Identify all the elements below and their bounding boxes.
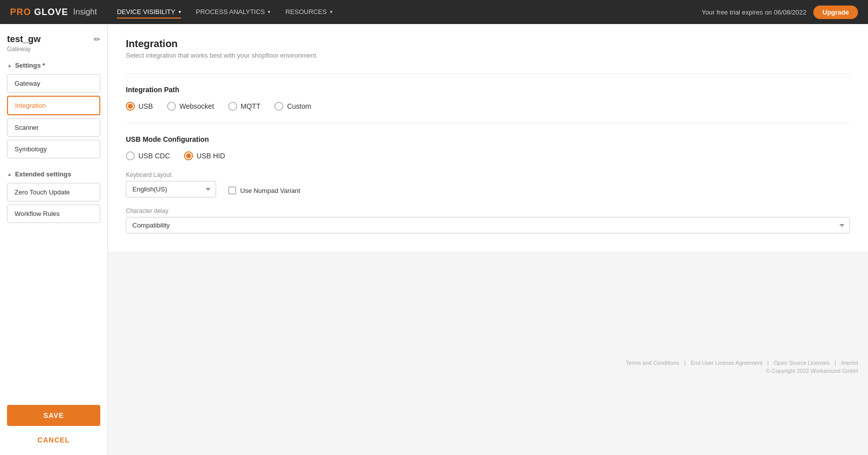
sidebar-device-name: test_gw	[7, 34, 41, 45]
radio-option-usb-cdc[interactable]: USB CDC	[126, 151, 170, 160]
topnav-right: Your free trial expires on 06/08/2022 Up…	[702, 6, 858, 19]
usb-mode-section: USB CDC USB HID Keyboard Layout English(…	[126, 151, 850, 234]
sidebar-item-gateway[interactable]: Gateway	[7, 74, 100, 93]
keyboard-layout-select[interactable]: English(US) German(DE) French(FR) Spanis…	[126, 181, 216, 197]
divider-middle	[126, 123, 850, 123]
spacer	[7, 161, 100, 170]
edit-icon[interactable]: ✏	[94, 35, 100, 44]
radio-option-usb[interactable]: USB	[126, 102, 153, 111]
usb-mode-label: USB Mode Configuration	[126, 135, 850, 143]
sidebar-extended-header[interactable]: ▲ Extended settings	[7, 170, 100, 178]
integration-path-radio-group: USB Websocket MQTT Custom	[126, 102, 850, 111]
trial-text: Your free trial expires on 06/08/2022	[702, 9, 806, 16]
chevron-down-icon: ▾	[330, 9, 332, 15]
character-delay-label: Character delay	[126, 207, 850, 214]
numpad-variant-option[interactable]: Use Numpad Variant	[228, 186, 300, 197]
integration-card: Integration Select integration that work…	[108, 24, 868, 252]
sidebar-device-header: test_gw ✏	[7, 34, 100, 45]
nav-resources[interactable]: RESOURCES ▾	[285, 6, 332, 19]
numpad-variant-checkbox[interactable]	[228, 186, 236, 194]
radio-option-mqtt[interactable]: MQTT	[228, 102, 261, 111]
sidebar-item-symbology[interactable]: Symbology	[7, 140, 100, 158]
logo-pro: PRO	[10, 7, 31, 18]
logo-glove: GLOVE	[34, 7, 68, 18]
keyboard-layout-group: Keyboard Layout English(US) German(DE) F…	[126, 171, 216, 197]
integration-path-label: Integration Path	[126, 86, 850, 94]
chevron-down-icon: ▾	[179, 9, 181, 15]
nav-process-analytics[interactable]: PROCESS ANALYTICS ▾	[196, 6, 271, 19]
chevron-up-icon: ▲	[7, 171, 12, 177]
sidebar-item-workflow-rules[interactable]: Workflow Rules	[7, 204, 100, 223]
footer-terms[interactable]: Terms and Conditions	[626, 360, 679, 366]
radio-option-custom[interactable]: Custom	[274, 102, 311, 111]
radio-option-usb-hid[interactable]: USB HID	[184, 151, 225, 160]
radio-websocket[interactable]	[167, 102, 176, 111]
footer-links: Terms and Conditions | End User License …	[118, 360, 858, 366]
footer-licenses[interactable]: Open Source Licenses	[774, 360, 829, 366]
sidebar-item-zero-touch-update[interactable]: Zero Touch Update	[7, 183, 100, 201]
logo-insight: Insight	[73, 8, 97, 17]
keyboard-layout-label: Keyboard Layout	[126, 171, 216, 178]
footer-copyright: © Copyright 2022 Workaround GmbH	[118, 368, 858, 374]
nav-device-visibility[interactable]: DEVICE VISIBILITY ▾	[117, 6, 181, 19]
chevron-up-icon: ▲	[7, 63, 12, 68]
radio-custom[interactable]	[274, 102, 283, 111]
main-layout: test_gw ✏ Gateway ▲ Settings * Gateway I…	[0, 24, 868, 455]
content-title: Integration	[126, 38, 850, 50]
radio-usb-hid[interactable]	[184, 151, 193, 160]
usb-mode-radio-group: USB CDC USB HID	[126, 151, 850, 160]
page-footer: Terms and Conditions | End User License …	[108, 352, 868, 382]
radio-mqtt[interactable]	[228, 102, 237, 111]
content-lower	[108, 252, 868, 352]
save-button[interactable]: SAVE	[7, 405, 100, 426]
topnav: PROGLOVE Insight DEVICE VISIBILITY ▾ PRO…	[0, 0, 868, 24]
upgrade-button[interactable]: Upgrade	[813, 6, 858, 19]
cancel-button[interactable]: CANCEL	[7, 432, 100, 448]
sidebar-settings-header[interactable]: ▲ Settings *	[7, 62, 100, 69]
settings-section-label: Settings *	[15, 62, 45, 69]
extended-section-label: Extended settings	[15, 170, 71, 178]
chevron-down-icon: ▾	[268, 9, 270, 15]
sidebar: test_gw ✏ Gateway ▲ Settings * Gateway I…	[0, 24, 108, 455]
divider-top	[126, 73, 850, 74]
radio-option-websocket[interactable]: Websocket	[167, 102, 214, 111]
keyboard-layout-row: Keyboard Layout English(US) German(DE) F…	[126, 171, 850, 197]
content-area: Integration Select integration that work…	[108, 24, 868, 455]
sidebar-item-scanner[interactable]: Scanner	[7, 118, 100, 137]
footer-eula[interactable]: End User License Agreement	[690, 360, 762, 366]
sidebar-device-type: Gateway	[7, 46, 100, 53]
radio-usb[interactable]	[126, 102, 135, 111]
logo: PROGLOVE Insight	[10, 7, 97, 18]
footer-imprint[interactable]: Imprint	[841, 360, 858, 366]
sidebar-actions: SAVE CANCEL	[7, 395, 100, 448]
radio-usb-cdc[interactable]	[126, 151, 135, 160]
sidebar-item-integration[interactable]: Integration	[7, 96, 100, 115]
topnav-links: DEVICE VISIBILITY ▾ PROCESS ANALYTICS ▾ …	[117, 6, 702, 19]
content-subtitle: Select integration that works best with …	[126, 52, 850, 59]
character-delay-group: Character delay Compatibility Fast Slow	[126, 207, 850, 234]
character-delay-select[interactable]: Compatibility Fast Slow	[126, 217, 850, 234]
